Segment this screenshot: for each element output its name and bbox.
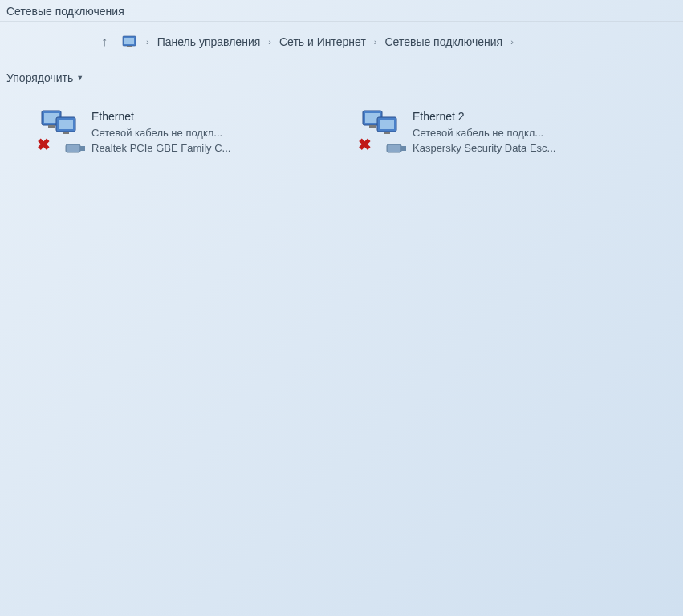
svg-rect-10 [80,146,85,151]
svg-rect-18 [401,146,406,151]
connection-text: Ethernet 2 Сетевой кабель не подкл... Ka… [413,109,555,156]
connection-item[interactable]: ✖ Ethernet 2 Сетевой кабель не подкл... … [356,106,661,159]
toolbar: Упорядочить ▼ [0,62,683,91]
breadcrumb-item-control-panel[interactable]: Панель управления [157,35,261,48]
svg-rect-1 [124,38,134,44]
chevron-down-icon: ▼ [76,74,83,82]
svg-rect-5 [48,125,55,128]
connection-text: Ethernet Сетевой кабель не подкл... Real… [91,109,230,156]
error-x-icon: ✖ [358,135,372,154]
error-x-icon: ✖ [37,135,51,154]
address-bar: ↑ › Панель управления › Сеть и Интернет … [0,22,683,62]
svg-rect-2 [127,46,132,47]
svg-rect-17 [387,144,401,152]
svg-rect-7 [59,120,73,129]
svg-rect-8 [63,132,69,134]
connection-device: Realtek PCIe GBE Family C... [91,141,230,156]
connection-name: Ethernet 2 [413,109,555,124]
chevron-right-icon: › [510,37,514,47]
connection-name: Ethernet [91,109,230,124]
breadcrumb-item-network-internet[interactable]: Сеть и Интернет [279,35,366,48]
chevron-right-icon: › [146,37,149,47]
breadcrumb: › Панель управления › Сеть и Интернет › … [146,35,514,48]
svg-rect-9 [66,144,80,152]
chevron-right-icon: › [374,37,377,47]
nav-up-button[interactable]: ↑ [96,33,112,51]
connection-status: Сетевой кабель не подкл... [91,126,230,140]
network-adapter-icon: ✖ [39,109,83,154]
organize-label: Упорядочить [6,71,73,84]
connection-status: Сетевой кабель не подкл... [413,126,555,140]
svg-rect-13 [369,125,376,128]
ethernet-plug-icon [64,141,87,156]
control-panel-icon [122,34,136,49]
chevron-right-icon: › [268,37,271,47]
window-title: Сетевые подключения [0,0,683,22]
organize-button[interactable]: Упорядочить ▼ [3,70,87,86]
connections-area: ✖ Ethernet Сетевой кабель не подкл... Re… [0,91,683,167]
window-title-text: Сетевые подключения [6,5,124,18]
ethernet-plug-icon [385,141,408,156]
svg-rect-15 [380,120,394,129]
connection-item[interactable]: ✖ Ethernet Сетевой кабель не подкл... Re… [35,106,340,159]
connection-device: Kaspersky Security Data Esc... [413,141,555,156]
svg-rect-16 [384,132,390,134]
network-adapter-icon: ✖ [360,109,405,154]
breadcrumb-item-network-connections[interactable]: Сетевые подключения [384,35,502,48]
